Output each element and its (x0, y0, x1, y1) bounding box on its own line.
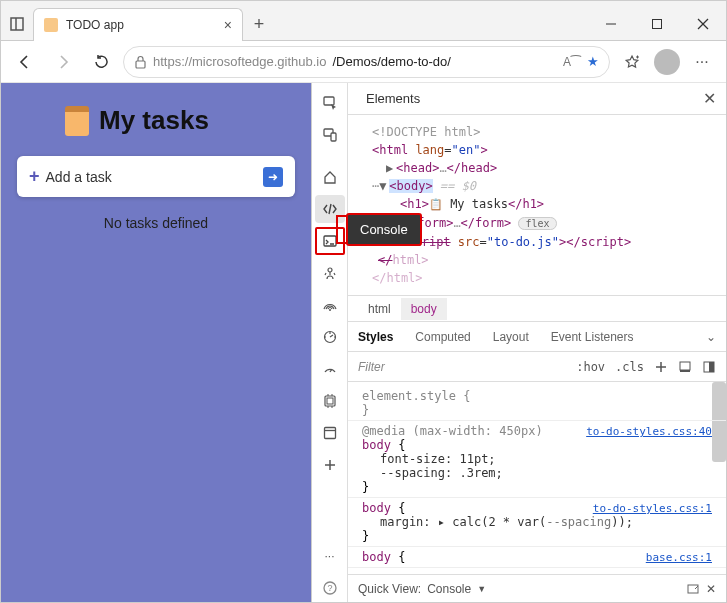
back-button[interactable] (9, 46, 41, 78)
memory-tool-icon[interactable] (315, 355, 345, 383)
settings-icon[interactable]: ··· (315, 542, 345, 570)
svg-rect-6 (136, 61, 145, 68)
browser-tab[interactable]: TODO app × (33, 8, 243, 41)
svg-rect-3 (653, 20, 662, 29)
reader-mode-icon[interactable]: A⁀ (563, 55, 581, 69)
url-path: /Demos/demo-to-do/ (332, 54, 451, 69)
close-tab-icon[interactable]: × (224, 17, 232, 33)
favorite-icon[interactable]: ★ (587, 54, 599, 69)
profile-avatar[interactable] (654, 49, 680, 75)
inspect-icon[interactable] (315, 89, 345, 117)
empty-state: No tasks defined (15, 215, 297, 231)
svg-rect-9 (324, 97, 334, 105)
add-task-input[interactable]: + Add a task ➜ (17, 156, 295, 197)
svg-rect-22 (324, 428, 335, 439)
welcome-icon[interactable] (315, 163, 345, 191)
page-content: My tasks + Add a task ➜ No tasks defined (1, 83, 311, 602)
issues-icon[interactable] (686, 582, 700, 596)
application-tool-icon[interactable] (315, 387, 345, 415)
close-window-button[interactable] (680, 8, 726, 40)
network-tool-icon[interactable] (315, 291, 345, 319)
svg-point-13 (328, 268, 332, 272)
url-host: https://microsoftedge.github.io (153, 54, 326, 69)
drawer-close-icon[interactable]: ✕ (706, 582, 716, 596)
close-devtools-icon[interactable]: ✕ (703, 89, 716, 108)
source-link[interactable]: to-do-styles.css:40 (586, 425, 712, 438)
new-tab-button[interactable]: + (243, 8, 275, 40)
page-title: My tasks (65, 105, 297, 136)
console-tooltip: Console (346, 213, 422, 246)
svg-text:?: ? (327, 583, 332, 593)
submit-task-button[interactable]: ➜ (263, 167, 283, 187)
color-format-icon[interactable] (678, 360, 692, 374)
svg-point-14 (329, 309, 331, 311)
performance-tool-icon[interactable] (315, 323, 345, 351)
styles-pane[interactable]: element.style { } @media (max-width: 450… (348, 382, 726, 574)
styles-tab[interactable]: Styles (358, 330, 393, 344)
elements-tab[interactable]: Elements (358, 91, 428, 106)
favicon-icon (44, 18, 58, 32)
dom-tree[interactable]: <!DOCTYPE html> <html lang="en"> ▶<head>… (348, 115, 726, 296)
quickview-console[interactable]: Console (427, 582, 471, 596)
more-tabs-icon[interactable]: ⌄ (706, 330, 716, 344)
forward-button (47, 46, 79, 78)
minimize-button[interactable] (588, 8, 634, 40)
lock-icon[interactable] (134, 55, 147, 69)
more-tools-icon[interactable] (315, 451, 345, 479)
computed-toggle-icon[interactable] (702, 360, 716, 374)
crumb-body[interactable]: body (401, 298, 447, 320)
menu-button[interactable]: ··· (686, 46, 718, 78)
dom-breadcrumb[interactable]: html body (348, 296, 726, 322)
help-icon[interactable]: ? (315, 574, 345, 602)
crumb-html[interactable]: html (358, 298, 401, 320)
maximize-button[interactable] (634, 8, 680, 40)
svg-rect-11 (331, 133, 336, 141)
address-bar[interactable]: https://microsoftedge.github.io/Demos/de… (123, 46, 610, 78)
collections-button[interactable] (616, 46, 648, 78)
layout-tab[interactable]: Layout (493, 330, 529, 344)
svg-rect-30 (680, 362, 690, 370)
devtools-activity-bar: ··· ? Console (312, 83, 348, 602)
toggle-cls[interactable]: .cls (615, 360, 644, 374)
new-style-rule-icon[interactable] (654, 360, 668, 374)
source-link[interactable]: to-do-styles.css:1 (593, 502, 712, 515)
source-link[interactable]: base.css:1 (646, 551, 712, 564)
security-tool-icon[interactable] (315, 419, 345, 447)
computed-tab[interactable]: Computed (415, 330, 470, 344)
event-listeners-tab[interactable]: Event Listeners (551, 330, 634, 344)
svg-rect-34 (688, 585, 698, 593)
clipboard-icon (65, 106, 89, 136)
plus-icon: + (29, 166, 40, 187)
quickview-label: Quick View: (358, 582, 421, 596)
svg-rect-33 (709, 362, 714, 372)
tab-actions-icon[interactable] (1, 8, 33, 40)
toggle-hov[interactable]: :hov (576, 360, 605, 374)
device-icon[interactable] (315, 121, 345, 149)
add-task-placeholder: Add a task (46, 169, 263, 185)
styles-filter-input[interactable]: Filter (358, 360, 566, 374)
svg-rect-31 (680, 370, 690, 372)
refresh-button[interactable] (85, 46, 117, 78)
tab-title: TODO app (66, 18, 216, 32)
svg-rect-0 (11, 18, 23, 30)
sources-tool-icon[interactable] (315, 259, 345, 287)
svg-rect-17 (327, 398, 333, 404)
